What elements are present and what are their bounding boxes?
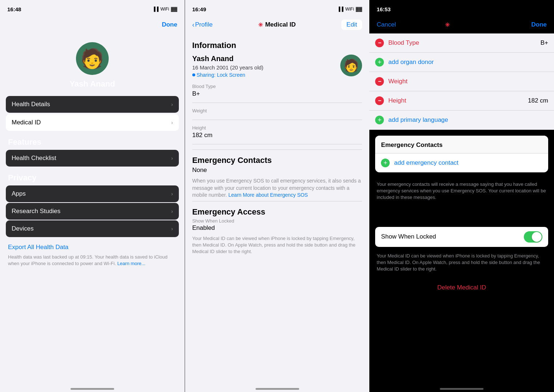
research-studies-label: Research Studies [12,208,60,215]
privacy-header: Privacy [6,167,179,185]
blood-type-value-edit: B+ [541,39,548,47]
signal-icon-2: ▐▐ [337,7,344,12]
sharing-dot-icon [192,73,195,76]
avatar-emoji-1: 🧑 [80,49,104,68]
health-details-chevron: › [171,101,173,107]
learn-more-sos-link[interactable]: Learn More about Emergency SOS [228,192,308,198]
organ-donor-plus-btn[interactable]: + [375,58,384,67]
battery-icon-2: ▓▓ [356,7,362,12]
show-when-locked-label-2: Show When Locked [192,218,362,224]
back-arrow-icon-2: ‹ [192,21,194,29]
status-time-2: 16:49 [192,6,206,12]
primary-language-plus-btn[interactable]: + [375,116,384,124]
devices-chevron: › [171,226,173,232]
status-bar-3: 16:53 ▐▐ WiFi ▓▓ [369,0,554,16]
delete-medical-id-btn[interactable]: Delete Medical ID [369,277,554,299]
nav-bar-1: Done [0,16,185,33]
height-label: Height [192,125,362,131]
add-emergency-contact-row[interactable]: + add emergency contact [375,153,548,172]
primary-language-label-edit: add primary language [388,116,548,124]
status-icons-3: ▐▐ WiFi ▓▓ [522,7,547,12]
status-icons-2: ▐▐ WiFi ▓▓ [337,7,362,12]
blood-type-minus-btn[interactable]: − [375,39,384,47]
apps-item[interactable]: Apps › [6,185,179,202]
profile-sharing-2: Sharing: Lock Screen [192,72,341,78]
add-emergency-contact-label: add emergency contact [394,159,458,167]
organ-donor-label-edit: add organ donor [388,59,548,66]
profile-card-avatar-2: 🧑 [340,55,362,76]
wifi-icon-3: WiFi [530,7,539,12]
nav-bar-3: Cancel ✳ Medical ID Done [369,16,554,33]
learn-more-link-1[interactable]: Learn more... [117,261,145,266]
profile-name-1: Yash Anand [69,79,115,89]
height-row-edit: − Height 182 cm [369,91,554,111]
access-desc-text: Your Medical ID can be viewed when iPhon… [369,250,554,277]
status-time-1: 16:48 [7,6,21,12]
health-checklist-chevron: › [171,155,173,161]
emergency-contacts-card: Emergency Contacts + add emergency conta… [375,136,548,172]
p3-ea-title: Emergency Access [377,211,547,220]
weight-field: Weight [192,108,362,120]
home-bar-3 [440,388,483,390]
avatar-1: 🧑 [76,42,109,75]
status-bar-2: 16:49 ▐▐ WiFi ▓▓ [185,0,370,16]
profile-card-info-2: Yash Anand 16 March 2001 (20 years old) … [192,55,341,78]
battery-icon-3: ▓▓ [541,7,547,12]
done-button-1[interactable]: Done [162,21,177,28]
profile-card-name-2: Yash Anand [192,55,341,63]
wifi-icon-2: WiFi [345,7,354,12]
done-button-3[interactable]: Done [531,21,547,28]
home-indicator-2 [185,384,370,392]
battery-icon-1: ▓▓ [171,7,177,12]
health-details-item[interactable]: Health Details › [6,96,179,113]
section-list-1: Health Details › Medical ID › Features H… [0,96,185,384]
weight-label-edit: Weight [388,78,548,85]
show-when-locked-toggle[interactable] [524,231,542,243]
blood-type-row-edit: − Blood Type B+ [369,33,554,53]
blood-type-value: B+ [192,90,362,97]
divider-1 [192,149,362,150]
emergency-access-title-2: Emergency Access [192,207,362,217]
desc-text-2: Your Medical ID can be viewed when iPhon… [192,235,362,255]
none-text: None [192,167,362,174]
nav-bar-2: ‹ Profile ✳ Medical ID Edit [185,16,370,33]
panel-1: 16:48 ▐▐ WiFi ▓▓ Done 🧑 Yash Anand Healt… [0,0,185,392]
research-studies-item[interactable]: Research Studies › [6,203,179,220]
height-field: Height 182 cm [192,125,362,144]
star-icon-3: ✳ [445,21,450,28]
devices-item[interactable]: Devices › [6,220,179,237]
back-label-2: Profile [195,21,213,28]
edit-button-2[interactable]: Edit [341,20,362,30]
show-when-locked-row: Show When Locked [375,227,548,247]
weight-row-edit: − Weight [369,72,554,91]
home-indicator-3 [369,384,554,392]
organ-donor-row-edit: + add organ donor [369,53,554,72]
nav-title-3: ✳ Medical ID [445,21,482,28]
weight-minus-btn[interactable]: − [375,77,384,86]
medical-id-chevron: › [171,120,173,125]
cancel-button-3[interactable]: Cancel [377,21,396,28]
health-details-label: Health Details [12,101,50,108]
height-label-edit: Height [388,97,528,104]
signal-icon-1: ▐▐ [152,7,158,12]
health-checklist-item[interactable]: Health Checklist › [6,150,179,167]
sos-text: When you use Emergency SOS to call emerg… [192,177,362,199]
enabled-text-2: Enabled [192,224,362,232]
panel-2: 16:49 ▐▐ WiFi ▓▓ ‹ Profile ✳ Medical ID … [185,0,370,392]
health-checklist-label: Health Checklist [12,155,56,162]
medical-id-item[interactable]: Medical ID › [6,114,179,131]
apps-label: Apps [12,190,26,197]
signal-icon-3: ▐▐ [522,7,528,12]
add-ec-plus-btn[interactable]: + [381,159,390,167]
height-minus-btn[interactable]: − [375,96,384,105]
p3-content: − Blood Type B+ + add organ donor − Weig… [369,33,554,384]
emergency-contacts-card-header: Emergency Contacts [375,136,548,153]
export-link[interactable]: Export All Health Data [6,238,179,254]
back-button-2[interactable]: ‹ Profile [192,21,213,29]
emergency-contacts-title: Emergency Contacts [192,156,362,165]
home-bar-2 [256,388,299,390]
height-value-edit: 182 cm [528,97,548,104]
panel-3: 16:53 ▐▐ WiFi ▓▓ Cancel ✳ Medical ID Don… [369,0,554,392]
home-indicator-1 [0,384,185,392]
weight-label: Weight [192,108,362,113]
